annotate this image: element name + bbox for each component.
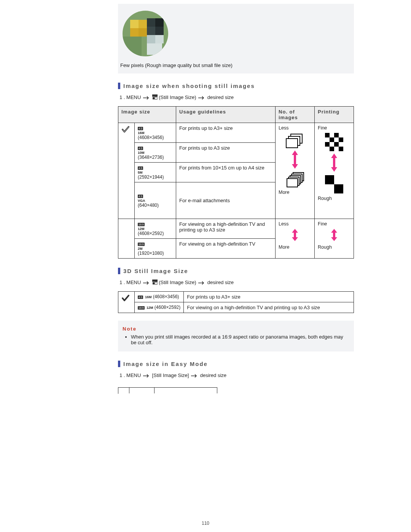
image-size-table: Image size Usage guidelines No. of image…	[118, 106, 354, 259]
arrow-right-icon	[142, 94, 151, 100]
heading-easy-mode: Image size in Easy Mode	[118, 361, 354, 367]
page-number: 110	[0, 521, 411, 526]
svg-marker-8	[331, 229, 337, 241]
arrow-right-icon	[142, 280, 151, 285]
table-header-row: Image size Usage guidelines No. of image…	[118, 107, 354, 123]
svg-marker-5	[292, 150, 298, 169]
svg-rect-12	[155, 282, 157, 284]
svg-marker-6	[331, 153, 337, 172]
svg-rect-3	[155, 97, 157, 99]
rough-checker-icon	[325, 175, 343, 193]
svg-rect-10	[152, 280, 158, 282]
sample-caption: Few pixels (Rough image quality but smal…	[120, 62, 354, 68]
heading-still-images: Image size when shooting still images	[118, 83, 354, 89]
fine-checker-icon	[325, 133, 343, 151]
menu-path-3: 1 . MENU [Still Image Size] desired size	[119, 372, 354, 378]
arrow-right-icon	[142, 372, 151, 378]
table-row: 4:3 16M (4608×3456) For prints up to A3+…	[118, 292, 354, 302]
3d-size-table: 4:3 16M (4608×3456) For prints up to A3+…	[118, 291, 354, 313]
default-check-icon	[118, 292, 135, 313]
note-item: When you print still images recorded at …	[131, 334, 349, 345]
num-images-scale: Less Mo	[276, 123, 315, 219]
num-images-scale-2: Less More	[276, 219, 315, 259]
double-arrow-icon	[331, 153, 338, 173]
table-row: 16:9 12M (4608×2592) For viewing on a hi…	[118, 302, 354, 313]
double-arrow-icon	[292, 150, 298, 170]
page-content: Few pixels (Rough image quality but smal…	[0, 0, 411, 532]
double-arrow-icon	[292, 229, 298, 242]
svg-rect-11	[153, 282, 155, 284]
table-row: 4:3 16M (4608×3456) For prints up to A3+…	[118, 123, 354, 143]
double-arrow-icon	[331, 229, 338, 242]
default-check-icon	[118, 123, 135, 219]
note-title: Note	[123, 326, 349, 332]
svg-rect-2	[153, 97, 155, 99]
menu-path-1: 1 . MENU (Still Image Size) desired size	[119, 94, 354, 100]
print-quality-scale-2: Fine Rough	[315, 219, 354, 259]
table-row: 16:9 12M (4608×2592) For viewing on a hi…	[118, 219, 354, 239]
arrow-right-icon	[190, 372, 199, 378]
pixelated-sample-image	[123, 11, 168, 56]
arrow-right-icon	[198, 280, 206, 285]
image-size-icon	[152, 280, 158, 285]
svg-marker-7	[292, 229, 298, 241]
heading-3d-still: 3D Still Image Size	[118, 268, 354, 274]
partial-table-top	[118, 387, 217, 394]
menu-path-2: 1 . MENU (Still Image Size) desired size	[119, 280, 354, 285]
example-box: Few pixels (Rough image quality but smal…	[118, 4, 354, 73]
note-box: Note When you print still images recorde…	[118, 321, 354, 351]
print-quality-scale: Fine Rough	[315, 123, 354, 219]
svg-rect-1	[152, 94, 158, 97]
few-pages-icon	[286, 133, 304, 148]
image-size-icon	[152, 94, 158, 100]
many-pages-icon	[286, 172, 304, 187]
arrow-right-icon	[198, 94, 206, 100]
